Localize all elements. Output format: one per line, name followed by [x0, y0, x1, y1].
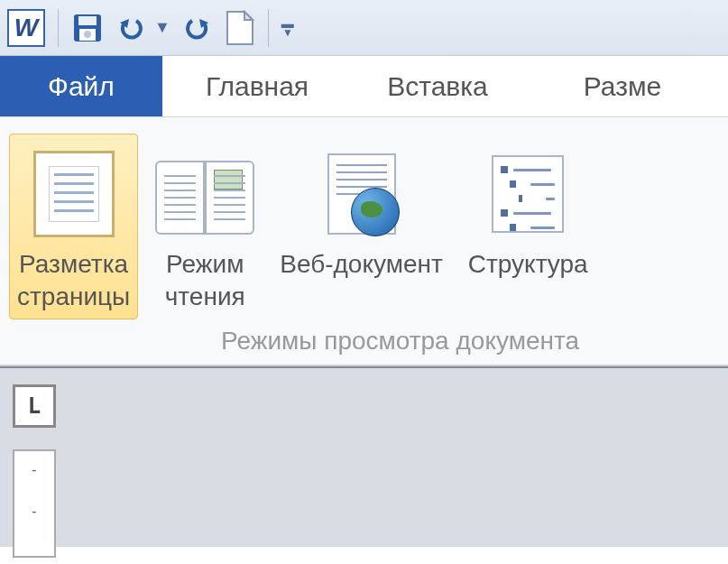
button-label: Веб-документ: [280, 248, 443, 281]
view-web-document-button[interactable]: Веб-документ: [272, 134, 451, 319]
button-label: Разметка страницы: [17, 248, 130, 313]
tab-stop-selector[interactable]: L: [13, 384, 56, 428]
ruler-tick: -: [32, 504, 36, 520]
ribbon-panel: Разметка страницы Режим чтения Веб-докум…: [0, 117, 728, 366]
view-outline-button[interactable]: Структура: [460, 134, 596, 319]
word-app-icon[interactable]: W: [7, 9, 45, 47]
separator: [268, 9, 269, 47]
tab-page-layout[interactable]: Разме: [523, 56, 722, 116]
ribbon-tabs: Файл Главная Вставка Разме: [0, 56, 728, 117]
svg-point-3: [84, 31, 91, 38]
ribbon-group-views: Разметка страницы Режим чтения Веб-докум…: [9, 134, 719, 319]
button-label: Структура: [468, 248, 588, 281]
view-page-layout-button[interactable]: Разметка страницы: [9, 134, 138, 319]
svg-rect-1: [78, 16, 97, 25]
tab-insert[interactable]: Вставка: [352, 56, 523, 116]
ruler-tick: -: [32, 462, 36, 478]
svg-marker-7: [244, 12, 253, 20]
undo-icon[interactable]: [116, 14, 145, 42]
document-area: L - -: [0, 366, 728, 547]
tab-file[interactable]: Файл: [0, 56, 162, 116]
outline-icon: [492, 140, 564, 248]
view-reading-button[interactable]: Режим чтения: [147, 134, 263, 319]
new-document-icon[interactable]: [225, 10, 255, 46]
button-label: Режим чтения: [165, 248, 245, 313]
separator: [58, 9, 59, 47]
quick-access-toolbar: W ▼ ▬ ▼: [0, 0, 728, 56]
save-icon[interactable]: [71, 12, 104, 44]
page-layout-icon: [33, 140, 115, 248]
web-document-icon: [327, 140, 396, 248]
tab-home[interactable]: Главная: [162, 56, 352, 116]
ribbon-group-label: Режимы просмотра документа: [9, 327, 719, 356]
customize-qat-icon[interactable]: ▬ ▼: [281, 19, 294, 37]
vertical-ruler[interactable]: - -: [13, 449, 56, 558]
undo-split-button[interactable]: ▼: [116, 14, 170, 42]
reading-mode-icon: [155, 140, 254, 248]
redo-icon[interactable]: [183, 14, 212, 42]
undo-dropdown-icon[interactable]: ▼: [154, 18, 170, 37]
